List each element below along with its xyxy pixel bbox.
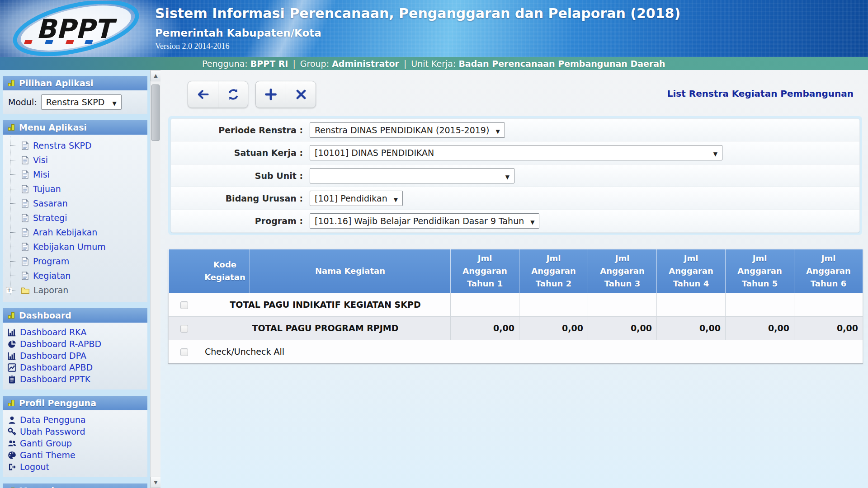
header-banner: BPPT Sistem Informasi Perencanaan, Penga… — [0, 0, 868, 57]
sidebar-item-ganti-theme[interactable]: Ganti Theme — [3, 449, 147, 461]
sidebar-item-sasaran[interactable]: Sasaran — [3, 196, 147, 211]
page-title: List Renstra Kegiatan Pembangunan — [667, 88, 854, 99]
anggaran-value: 0,00 — [726, 316, 794, 340]
sidebar-item-label: Dashboard DPA — [20, 351, 86, 361]
sidebar-item-label: Program — [33, 256, 69, 266]
row-checkbox[interactable] — [180, 325, 188, 333]
app-version: Version 2.0 2014-2016 — [155, 42, 680, 51]
bidang-urusan-value: [101] Pendidikan — [315, 193, 387, 203]
table-row-check-uncheck-all: Check/Uncheck All — [169, 340, 863, 363]
filter-row-program: Program : [101.16] Wajib Belajar Pendidi… — [171, 210, 859, 232]
banner-texts: Sistem Informasi Perencanaan, Penganggar… — [155, 0, 680, 51]
sidebar-item-ganti-group[interactable]: Ganti Group — [3, 437, 147, 449]
row-checkbox[interactable] — [180, 301, 188, 309]
anggaran-value — [451, 293, 519, 316]
anggaran-value: 0,00 — [794, 316, 863, 340]
sidebar-item-strategi[interactable]: Strategi — [3, 211, 147, 225]
sidebar-item-dashboard-r-apbd[interactable]: Dashboard R-APBD — [3, 338, 147, 350]
sidebar-item-label: Kegiatan — [33, 271, 71, 281]
scroll-up-button[interactable] — [151, 70, 161, 81]
sidebar-item-label: Ganti Group — [20, 438, 72, 448]
filter-label: Program : — [171, 216, 303, 226]
bidang-urusan-select[interactable]: [101] Pendidikan — [310, 191, 403, 206]
blocks-icon — [8, 80, 14, 86]
sidebar-item-misi[interactable]: Misi — [3, 167, 147, 182]
close-button[interactable] — [286, 81, 316, 108]
document-icon — [21, 243, 29, 251]
sidebar: Pilihan Aplikasi Modul: Renstra SKPD Men… — [0, 70, 150, 488]
sidebar-item-arah-kebijakan[interactable]: Arah Kebijakan — [3, 225, 147, 239]
document-icon — [21, 156, 29, 164]
sidebar-item-dashboard-pptk[interactable]: Dashboard PPTK — [3, 373, 147, 385]
periode-renstra-select[interactable]: Renstra DINAS PENDIDIKAN (2015-2019) — [310, 122, 505, 138]
sidebar-item-label: Renstra SKPD — [33, 141, 92, 150]
document-icon — [21, 257, 29, 266]
section-header-pilihan-aplikasi: Pilihan Aplikasi — [3, 76, 147, 90]
sidebar-item-label: Ganti Theme — [20, 450, 75, 460]
sidebar-item-kegiatan[interactable]: Kegiatan — [3, 268, 147, 283]
user-info-bar: Pengguna: BPPT RI | Group: Administrator… — [0, 57, 868, 70]
sidebar-item-visi[interactable]: Visi — [3, 153, 147, 167]
scrollbar-thumb[interactable] — [151, 84, 160, 141]
add-button[interactable] — [256, 81, 286, 108]
anggaran-value: 0,00 — [451, 316, 519, 340]
sidebar-item-label: Arah Kebijakan — [33, 227, 97, 237]
filter-label: Periode Renstra : — [171, 125, 303, 135]
app-subtitle: Pemerintah Kabupaten/Kota — [155, 27, 680, 39]
sidebar-item-label: Misi — [33, 169, 50, 179]
dropdown-arrow-icon — [495, 125, 500, 135]
sidebar-item-tujuan[interactable]: Tujuan — [3, 182, 147, 196]
filter-label: Satuan Kerja : — [171, 148, 303, 158]
sidebar-item-program[interactable]: Program — [3, 254, 147, 268]
plus-expander-icon[interactable]: + — [6, 287, 12, 293]
sidebar-item-dashboard-dpa[interactable]: Dashboard DPA — [3, 350, 147, 361]
sidebar-item-label: Kebijakan Umum — [33, 242, 106, 252]
sidebar-item-kebijakan-umum[interactable]: Kebijakan Umum — [3, 239, 147, 254]
sidebar-item-logout[interactable]: Logout — [3, 461, 147, 473]
modul-row: Modul: Renstra SKPD — [3, 90, 147, 114]
sub-unit-select[interactable] — [310, 168, 514, 183]
clipboard-icon — [8, 375, 16, 384]
scroll-down-button[interactable] — [151, 477, 161, 488]
kegiatan-table: Kode Kegiatan Nama Kegiatan Jml Anggaran… — [168, 249, 863, 364]
sidebar-item-ubah-password[interactable]: Ubah Password — [3, 426, 147, 437]
sidebar-scrollbar[interactable] — [150, 70, 160, 488]
filter-card: Periode Renstra : Renstra DINAS PENDIDIK… — [170, 118, 860, 233]
sidebar-item-data-pengguna[interactable]: Data Pengguna — [3, 414, 147, 426]
back-button[interactable] — [188, 81, 218, 108]
modul-select[interactable]: Renstra SKPD — [41, 94, 122, 110]
document-icon — [21, 199, 29, 208]
profil-links: Data Pengguna Ubah Password Ganti Group … — [3, 410, 147, 477]
section-header-profil-pengguna: Profil Pengguna — [3, 396, 147, 410]
section-header-dashboard: Dashboard — [3, 308, 147, 323]
anggaran-value — [794, 293, 863, 316]
sidebar-item-renstra-skpd[interactable]: Renstra SKPD — [3, 138, 147, 153]
document-icon — [21, 272, 29, 280]
document-icon — [21, 170, 29, 179]
table-row-total-pagu-rpjmd: TOTAL PAGU PROGRAM RPJMD 0,00 0,00 0,00 … — [169, 316, 863, 340]
sidebar-item-dashboard-rka[interactable]: Dashboard RKA — [3, 326, 147, 338]
program-select[interactable]: [101.16] Wajib Belajar Pendidikan Dasar … — [310, 213, 539, 229]
check-all-checkbox[interactable] — [180, 348, 188, 356]
blocks-icon — [8, 312, 14, 319]
refresh-button[interactable] — [218, 81, 248, 108]
sidebar-item-laporan[interactable]: + Laporan — [3, 283, 147, 297]
separator: | — [292, 59, 295, 69]
anggaran-value — [588, 293, 657, 316]
sidebar-item-label: Dashboard R-APBD — [20, 339, 101, 349]
dropdown-arrow-icon — [530, 216, 534, 226]
sidebar-item-dashboard-apbd[interactable]: Dashboard APBD — [3, 361, 147, 373]
add-icon — [264, 88, 277, 101]
satuan-kerja-value: [10101] DINAS PENDIDIKAN — [315, 148, 434, 158]
section-header-menu-aplikasi: Menu Aplikasi — [3, 120, 147, 135]
panel-profil-pengguna: Profil Pengguna Data Pengguna Ubah Passw… — [3, 396, 147, 477]
satuan-kerja-select[interactable]: [10101] DINAS PENDIDIKAN — [310, 145, 722, 160]
logout-icon — [8, 463, 16, 471]
anggaran-value: 0,00 — [588, 316, 657, 340]
header-kode-kegiatan: Kode Kegiatan — [200, 249, 250, 293]
sidebar-item-label: Ubah Password — [20, 427, 85, 436]
app-title: Sistem Informasi Perencanaan, Penganggar… — [155, 5, 680, 21]
group-value: Administrator — [332, 59, 399, 69]
palette-icon — [8, 451, 16, 460]
filter-row-satuan-kerja: Satuan Kerja : [10101] DINAS PENDIDIKAN — [171, 141, 859, 164]
